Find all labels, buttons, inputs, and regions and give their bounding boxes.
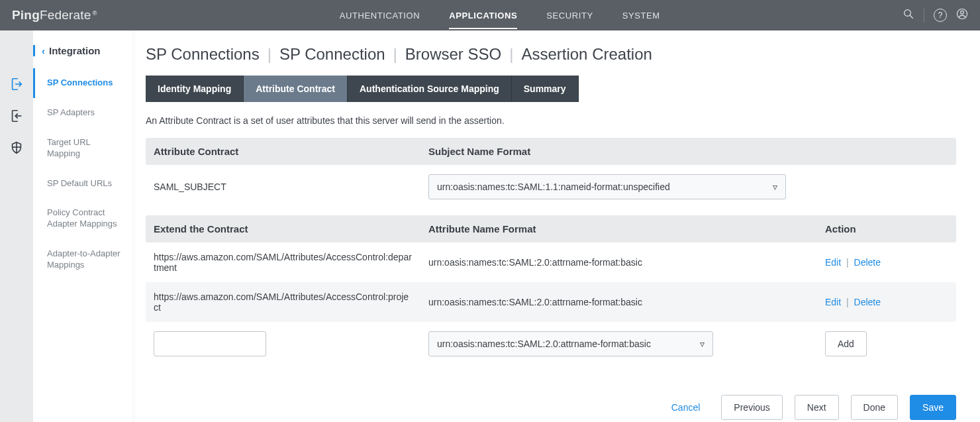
breadcrumb-item[interactable]: SP Connection bbox=[279, 45, 385, 64]
delete-link[interactable]: Delete bbox=[854, 297, 881, 307]
footer-actions: Cancel Previous Next Done Save bbox=[146, 395, 956, 420]
section2-header: Extend the Contract Attribute Name Forma… bbox=[146, 215, 956, 242]
nav-authentication[interactable]: AUTHENTICATION bbox=[340, 1, 420, 29]
icon-rail bbox=[0, 30, 33, 422]
top-icons: ? bbox=[903, 8, 968, 23]
new-attribute-format-value: urn:oasis:names:tc:SAML:2.0:attrname-for… bbox=[437, 339, 651, 349]
extend-row-format: urn:oasis:names:tc:SAML:2.0:attrname-for… bbox=[420, 257, 817, 268]
done-button[interactable]: Done bbox=[851, 395, 898, 420]
step-auth-source-mapping[interactable]: Authentication Source Mapping bbox=[348, 76, 512, 102]
step-tabs: Identity Mapping Attribute Contract Auth… bbox=[146, 76, 956, 102]
save-button[interactable]: Save bbox=[910, 395, 956, 420]
new-attribute-name-input[interactable] bbox=[154, 331, 266, 356]
extend-row: https://aws.amazon.com/SAML/Attributes/A… bbox=[146, 242, 956, 282]
section1-colA-header: Attribute Contract bbox=[146, 138, 420, 165]
sidebar-item-adapter-to-adapter-mappings[interactable]: Adapter-to-Adapter Mappings bbox=[33, 239, 132, 280]
breadcrumb-item[interactable]: SP Connections bbox=[146, 45, 260, 64]
extend-row: https://aws.amazon.com/SAML/Attributes/A… bbox=[146, 282, 956, 322]
section1-header: Attribute Contract Subject Name Format bbox=[146, 138, 956, 165]
user-icon[interactable] bbox=[956, 8, 968, 23]
new-attribute-format-select[interactable]: urn:oasis:names:tc:SAML:2.0:attrname-for… bbox=[428, 331, 713, 356]
top-nav: AUTHENTICATION APPLICATIONS SECURITY SYS… bbox=[97, 1, 903, 29]
top-bar: PingFederate® AUTHENTICATION APPLICATION… bbox=[0, 0, 980, 30]
delete-link[interactable]: Delete bbox=[854, 257, 881, 268]
nav-security[interactable]: SECURITY bbox=[546, 1, 593, 29]
sidebar-item-policy-contract-adapter-mappings[interactable]: Policy Contract Adapter Mappings bbox=[33, 198, 132, 239]
add-button[interactable]: Add bbox=[825, 331, 867, 356]
next-button[interactable]: Next bbox=[795, 395, 839, 420]
extend-row-name: https://aws.amazon.com/SAML/Attributes/A… bbox=[146, 291, 420, 313]
sidebar-back[interactable]: ‹ Integration bbox=[33, 45, 132, 56]
sidebar-item-sp-adapters[interactable]: SP Adapters bbox=[33, 98, 132, 128]
brand-bold: Ping bbox=[12, 8, 40, 23]
rail-adapters-icon[interactable] bbox=[9, 109, 24, 123]
subject-name-format-value: urn:oasis:names:tc:SAML:1.1:nameid-forma… bbox=[437, 182, 670, 192]
top-divider bbox=[924, 8, 924, 23]
edit-link[interactable]: Edit bbox=[825, 297, 841, 307]
breadcrumb-item[interactable]: Browser SSO bbox=[405, 45, 501, 64]
extend-row-format: urn:oasis:names:tc:SAML:2.0:attrname-for… bbox=[420, 297, 817, 307]
sidebar: ‹ Integration SP Connections SP Adapters… bbox=[33, 30, 132, 422]
rail-shield-icon[interactable] bbox=[9, 140, 24, 155]
nav-applications[interactable]: APPLICATIONS bbox=[449, 1, 517, 29]
brand-logo: PingFederate® bbox=[12, 8, 97, 23]
section2-colB-header: Attribute Name Format bbox=[420, 215, 817, 242]
section1-colB-header: Subject Name Format bbox=[420, 138, 956, 165]
cancel-link[interactable]: Cancel bbox=[671, 402, 701, 413]
brand-reg: ® bbox=[93, 10, 97, 17]
main-content: SP Connections | SP Connection | Browser… bbox=[132, 30, 980, 422]
nav-system[interactable]: SYSTEM bbox=[622, 1, 660, 29]
step-summary[interactable]: Summary bbox=[512, 76, 579, 102]
svg-point-3 bbox=[961, 11, 964, 14]
rail-integration-icon[interactable] bbox=[9, 77, 24, 91]
breadcrumb-sep: | bbox=[268, 45, 271, 64]
sidebar-list: SP Connections SP Adapters Target URL Ma… bbox=[33, 68, 132, 280]
page-description: An Attribute Contract is a set of user a… bbox=[146, 115, 956, 126]
brand-rest: Federate bbox=[40, 8, 91, 23]
action-sep: | bbox=[846, 297, 849, 307]
section1-row: SAML_SUBJECT urn:oasis:names:tc:SAML:1.1… bbox=[146, 165, 956, 209]
section2-colC-header: Action bbox=[817, 215, 956, 242]
step-identity-mapping[interactable]: Identity Mapping bbox=[146, 76, 244, 102]
breadcrumb-sep: | bbox=[393, 45, 397, 64]
sidebar-item-sp-default-urls[interactable]: SP Default URLs bbox=[33, 169, 132, 199]
step-attribute-contract[interactable]: Attribute Contract bbox=[244, 76, 348, 102]
extend-new-row: urn:oasis:names:tc:SAML:2.0:attrname-for… bbox=[146, 322, 956, 366]
sidebar-item-target-url-mapping[interactable]: Target URL Mapping bbox=[33, 128, 132, 169]
section1-row-name: SAML_SUBJECT bbox=[146, 182, 420, 192]
sidebar-back-label: Integration bbox=[49, 45, 101, 56]
section2-colA-header: Extend the Contract bbox=[146, 215, 420, 242]
breadcrumb-item: Assertion Creation bbox=[521, 45, 652, 64]
breadcrumb: SP Connections | SP Connection | Browser… bbox=[146, 45, 956, 64]
previous-button[interactable]: Previous bbox=[721, 395, 782, 420]
chevron-left-icon: ‹ bbox=[42, 45, 45, 56]
breadcrumb-sep: | bbox=[509, 45, 513, 64]
extend-row-name: https://aws.amazon.com/SAML/Attributes/A… bbox=[146, 252, 420, 273]
chevron-down-icon: ▿ bbox=[700, 339, 705, 349]
action-sep: | bbox=[846, 257, 849, 268]
edit-link[interactable]: Edit bbox=[825, 257, 841, 268]
subject-name-format-select[interactable]: urn:oasis:names:tc:SAML:1.1:nameid-forma… bbox=[428, 174, 786, 199]
chevron-down-icon: ▿ bbox=[773, 182, 777, 192]
layout: ‹ Integration SP Connections SP Adapters… bbox=[0, 30, 980, 422]
svg-line-1 bbox=[910, 15, 913, 19]
search-icon[interactable] bbox=[903, 8, 914, 23]
help-icon[interactable]: ? bbox=[934, 9, 947, 22]
svg-point-0 bbox=[905, 10, 911, 17]
sidebar-item-sp-connections[interactable]: SP Connections bbox=[33, 68, 132, 98]
